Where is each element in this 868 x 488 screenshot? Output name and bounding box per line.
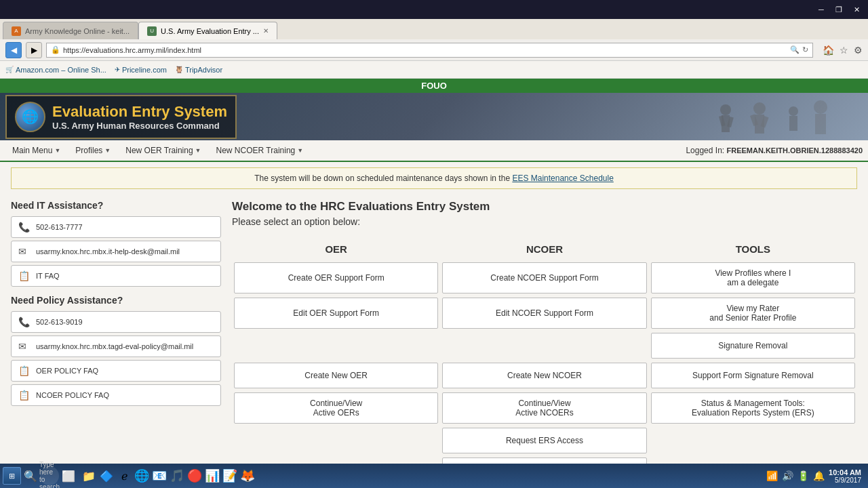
- taskbar-ppt-icon[interactable]: 📊: [204, 468, 220, 484]
- bookmark-priceline-icon: ✈: [115, 66, 120, 73]
- policy-email-icon: ✉: [18, 341, 31, 352]
- request-ers-access-btn[interactable]: Request ERS Access: [442, 428, 646, 453]
- bookmarks-bar: 🛒 Amazon.com – Online Sh... ✈ Priceline.…: [0, 61, 868, 79]
- create-new-oer-btn[interactable]: Create New OER: [234, 363, 438, 388]
- header-subtitle: U.S. Army Human Resources Command: [52, 121, 227, 131]
- ncoer-policy-faq-text: NCOER POLICY FAQ: [36, 391, 109, 399]
- svg-point-8: [789, 106, 798, 116]
- taskbar: ⊞ 🔍 Type here to search ⬜ 📁 🔷 ℯ 🌐 📧 🎵 🔴 …: [0, 464, 868, 488]
- notification-icon[interactable]: 🔔: [813, 470, 825, 481]
- policy-email-btn[interactable]: ✉ usarmy.knox.hrc.mbx.tagd-eval-policy@m…: [11, 336, 221, 357]
- fouo-label: FOUO: [421, 81, 447, 91]
- nav-new-ncoer-training[interactable]: New NCOER Training ▼: [210, 143, 311, 158]
- bookmark-tripadvisor[interactable]: 🦉 TripAdvisor: [175, 66, 222, 74]
- page-content: FOUO 🌐 Evaluation Entry System U.S. Army…: [0, 79, 868, 488]
- close-btn[interactable]: ✕: [850, 3, 863, 16]
- address-bar[interactable]: 🔒 https://evaluations.hrc.army.mil/index…: [46, 43, 813, 58]
- home-icon[interactable]: 🏠: [823, 45, 834, 56]
- logged-in-label: Logged In:: [686, 146, 724, 155]
- it-assistance-title: Need IT Assistance?: [11, 200, 221, 211]
- policy-email-text: usarmy.knox.hrc.mbx.tagd-eval-policy@mai…: [36, 342, 193, 350]
- policy-phone-icon: 📞: [18, 317, 31, 327]
- tab-aks[interactable]: A Army Knowledge Online - keit...: [3, 22, 138, 39]
- tab-bar: A Army Knowledge Online - keit... U U.S.…: [0, 19, 868, 39]
- edit-ncoer-support-btn[interactable]: Edit NCOER Support Form: [442, 298, 646, 329]
- minimize-btn[interactable]: ─: [815, 3, 827, 16]
- taskbar-ie-icon[interactable]: ℯ: [116, 468, 132, 484]
- options-grid: OER NCOER TOOLS Create OER Support Form …: [232, 238, 857, 488]
- continue-view-ncoers-btn[interactable]: Continue/View Active NCOERs: [442, 392, 646, 424]
- star-icon[interactable]: ☆: [840, 45, 848, 56]
- ees-maintenance-link[interactable]: EES Maintenance Schedule: [512, 174, 613, 183]
- it-phone-btn[interactable]: 📞 502-613-7777: [11, 216, 221, 238]
- back-button[interactable]: ◀: [5, 42, 22, 58]
- view-profiles-delegate-btn[interactable]: View Profiles where I am a delegate: [651, 262, 855, 293]
- volume-icon[interactable]: 🔊: [782, 470, 793, 481]
- bookmark-amazon-icon: 🛒: [5, 66, 14, 73]
- nav-right: Logged In: FREEMAN.KEITH.OBRIEN.12888834…: [686, 146, 863, 155]
- continue-view-oers-btn[interactable]: Continue/View Active OERs: [234, 392, 438, 424]
- header-logo-box: 🌐 Evaluation Entry System U.S. Army Huma…: [5, 95, 237, 139]
- taskbar-app3-icon[interactable]: 🔴: [186, 468, 203, 484]
- bookmark-amazon[interactable]: 🛒 Amazon.com – Online Sh...: [5, 66, 106, 74]
- taskbar-chrome-icon[interactable]: 🌐: [134, 468, 150, 484]
- svg-point-4: [753, 102, 766, 115]
- start-button[interactable]: ⊞: [3, 467, 21, 485]
- nav-profiles[interactable]: Profiles ▼: [68, 143, 117, 158]
- status-mgmt-tools-btn[interactable]: Status & Management Tools: Evaluation Re…: [651, 392, 855, 424]
- it-email-btn[interactable]: ✉ usarmy.knox.hrc.mbx.it-help-desk@mail.…: [11, 241, 221, 262]
- taskbar-app2-icon[interactable]: 🎵: [169, 468, 185, 484]
- create-oer-support-btn[interactable]: Create OER Support Form: [234, 262, 438, 293]
- refresh-icon[interactable]: ↻: [802, 45, 808, 54]
- tab-ees[interactable]: U U.S. Army Evaluation Entry ... ✕: [138, 22, 277, 39]
- taskbar-search-icon[interactable]: 🔍: [22, 468, 39, 484]
- ncoer-spacer: [442, 333, 646, 359]
- taskbar-app1-icon[interactable]: 📧: [151, 468, 167, 484]
- create-ncoer-support-btn[interactable]: Create NCOER Support Form: [442, 262, 646, 293]
- search-icon[interactable]: 🔍: [790, 45, 800, 54]
- bookmark-priceline[interactable]: ✈ Priceline.com: [115, 66, 167, 74]
- nav-bar: Main Menu ▼ Profiles ▼ New OER Training …: [0, 140, 868, 162]
- globe-icon: 🌐: [15, 102, 45, 132]
- support-form-sig-removal-btn[interactable]: Support Form Signature Removal: [651, 363, 855, 388]
- oer-col-header: OER: [232, 238, 440, 260]
- policy-phone-btn[interactable]: 📞 502-613-9019: [11, 311, 221, 333]
- oer-policy-faq-btn[interactable]: 📋 OER POLICY FAQ: [11, 360, 221, 382]
- ncoer-col-header: NCOER: [440, 238, 648, 260]
- nav-main-menu[interactable]: Main Menu ▼: [5, 143, 67, 158]
- task-view-icon[interactable]: ⬜: [60, 468, 77, 484]
- time: 10:04 AM: [829, 468, 861, 476]
- network-icon[interactable]: 📶: [766, 470, 778, 481]
- welcome-title: Welcome to the HRC Evaluations Entry Sys…: [232, 200, 857, 214]
- taskbar-word-icon[interactable]: 📝: [222, 468, 238, 484]
- taskbar-edge-icon[interactable]: 🔷: [98, 468, 115, 484]
- oer-col6-spacer: [232, 426, 440, 455]
- taskbar-ff-icon[interactable]: 🦊: [239, 468, 256, 484]
- header-text: Evaluation Entry System U.S. Army Human …: [52, 103, 227, 131]
- date: 5/9/2017: [829, 476, 861, 484]
- tab-ees-icon: U: [147, 26, 157, 36]
- battery-icon[interactable]: 🔋: [797, 470, 809, 481]
- view-rater-profile-btn[interactable]: View my Rater and Senior Rater Profile: [651, 298, 855, 329]
- taskbar-file-explorer-icon[interactable]: 📁: [81, 468, 97, 484]
- svg-point-10: [814, 100, 827, 114]
- it-faq-icon: 📋: [18, 270, 31, 281]
- gear-icon[interactable]: ⚙: [854, 45, 863, 56]
- oer-training-arrow: ▼: [195, 147, 201, 154]
- edit-oer-support-btn[interactable]: Edit OER Support Form: [234, 298, 438, 329]
- tab-close-icon[interactable]: ✕: [263, 27, 269, 35]
- policy-phone-text: 502-613-9019: [36, 318, 83, 326]
- taskbar-cortana-icon[interactable]: Type here to search: [40, 466, 59, 485]
- ncoer-training-arrow: ▼: [297, 147, 303, 154]
- welcome-subtitle: Please select an option below:: [232, 216, 857, 227]
- fouo-bar: FOUO: [0, 79, 868, 93]
- signature-removal-btn[interactable]: Signature Removal: [651, 333, 855, 359]
- ncoer-policy-faq-btn[interactable]: 📋 NCOER POLICY FAQ: [11, 384, 221, 406]
- it-faq-btn[interactable]: 📋 IT FAQ: [11, 265, 221, 287]
- header-title: Evaluation Entry System: [52, 103, 227, 121]
- create-new-ncoer-btn[interactable]: Create New NCOER: [442, 363, 646, 388]
- nav-new-oer-training[interactable]: New OER Training ▼: [119, 143, 208, 158]
- forward-button[interactable]: ▶: [26, 42, 42, 58]
- main-panel: Welcome to the HRC Evaluations Entry Sys…: [232, 200, 857, 488]
- restore-btn[interactable]: ❐: [833, 3, 845, 16]
